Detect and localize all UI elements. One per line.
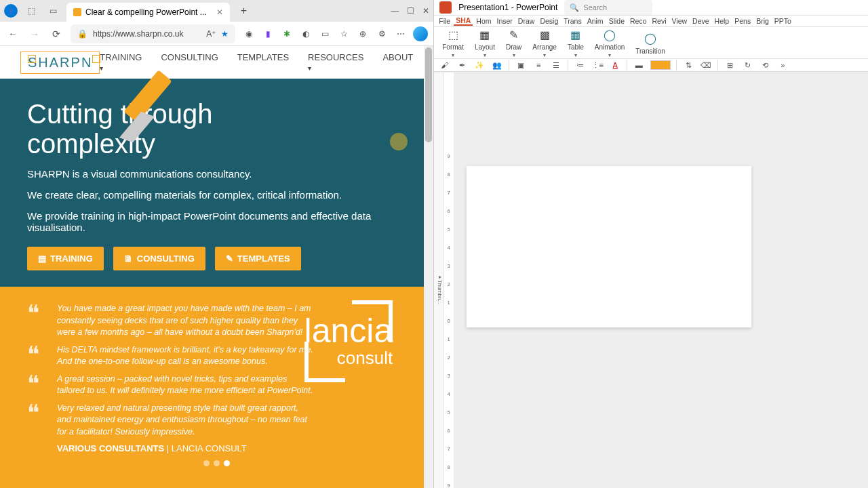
tab-pens[interactable]: Pens <box>732 17 753 25</box>
tab-bright[interactable]: Brig <box>754 17 771 25</box>
split-icon[interactable]: ▭ <box>318 27 332 41</box>
ppt-titlebar: Presentation1 - PowerPoint 🔍 Search Stev… <box>434 0 868 16</box>
tab-slideshow[interactable]: Slide <box>607 17 627 25</box>
forward-button[interactable]: → <box>27 26 42 41</box>
reader-icon[interactable]: A⁺ <box>206 29 216 39</box>
qat-teams-icon[interactable]: 👥 <box>491 59 503 71</box>
quote-text-3: A great session – packed with novel tric… <box>57 373 315 397</box>
ribbon-layout[interactable]: ▦Layout▾ <box>469 27 500 58</box>
tab-sha[interactable]: SHA <box>454 16 473 26</box>
back-button[interactable]: ← <box>5 26 20 41</box>
refresh-button[interactable]: ⟳ <box>49 26 64 41</box>
carousel-dot-1[interactable] <box>203 460 210 466</box>
nav-training[interactable]: TRAINING <box>100 52 142 73</box>
qat-group-icon[interactable]: ⊞ <box>724 59 736 71</box>
profile-icon[interactable]: 👤 <box>4 4 18 18</box>
search-input[interactable]: 🔍 Search <box>564 0 652 15</box>
tab-review[interactable]: Revi <box>650 17 669 25</box>
scroll-thumb[interactable] <box>425 47 432 142</box>
qat-eyedropper-icon[interactable]: ✒ <box>456 59 468 71</box>
browser-navbar: ← → ⟳ 🔒 https://www.sharpn.co.uk A⁺ ★ ◉ … <box>0 22 433 46</box>
tabs-icon[interactable]: ▭ <box>45 3 61 19</box>
qat-reset-icon[interactable]: ⟲ <box>759 59 771 71</box>
qat-shapecolor-icon[interactable]: ▬ <box>633 59 645 71</box>
draw-icon: ✎ <box>507 27 521 42</box>
qat-more-icon[interactable]: » <box>776 59 789 71</box>
qat-align-icon[interactable]: ≡ <box>532 59 545 71</box>
window-controls: — ☐ ✕ <box>391 6 429 16</box>
ribbon-table[interactable]: ▦Table▾ <box>562 27 589 58</box>
extension-icon-4[interactable]: ◐ <box>299 27 313 41</box>
workspace-icon[interactable]: ⬚ <box>23 3 39 19</box>
new-tab-button[interactable]: + <box>235 5 252 17</box>
tab-title: Clear & compelling PowerPoint ... <box>85 7 207 17</box>
tab-animations[interactable]: Anim <box>585 17 606 25</box>
minimize-icon[interactable]: — <box>391 6 399 16</box>
address-bar[interactable]: 🔒 https://www.sharpn.co.uk A⁺ ★ <box>71 24 235 43</box>
extension-icon-3[interactable]: ✱ <box>280 27 294 41</box>
tab-insert[interactable]: Inser <box>495 17 515 25</box>
cta-templates[interactable]: ✎TEMPLATES <box>215 247 301 270</box>
thumb-label: Thumbn... <box>437 280 443 304</box>
browser-tab[interactable]: Clear & compelling PowerPoint ... ✕ <box>66 3 230 22</box>
animation-icon: ◯ <box>602 27 617 42</box>
site-logo[interactable]: SHARPN <box>20 52 100 74</box>
tab-developer[interactable]: Deve <box>690 17 711 25</box>
carousel-dot-3[interactable] <box>224 460 230 466</box>
ribbon-draw[interactable]: ✎Draw▾ <box>500 27 527 58</box>
expand-icon[interactable]: ▸ <box>437 274 443 280</box>
search-placeholder: Search <box>583 3 607 12</box>
nav-templates[interactable]: TEMPLATES <box>237 52 289 73</box>
qat-align2-icon[interactable]: ☰ <box>550 59 562 71</box>
scrollbar[interactable] <box>424 46 433 488</box>
document-icon: 🗎 <box>124 253 133 264</box>
nav-consulting[interactable]: CONSULTING <box>161 52 218 73</box>
ribbon-animation[interactable]: ◯Animation▾ <box>589 27 630 58</box>
extension-icon-2[interactable]: ▮ <box>261 27 275 41</box>
tab-help[interactable]: Help <box>713 17 732 25</box>
qat-highlight-icon[interactable]: ▣ <box>515 59 527 71</box>
tab-file[interactable]: File <box>437 17 452 25</box>
qat-fill-color[interactable] <box>650 60 671 70</box>
qat-clear-icon[interactable]: ⌫ <box>700 59 712 71</box>
qat-magic-icon[interactable]: ✨ <box>473 59 486 71</box>
slide-canvas[interactable] <box>454 73 868 488</box>
ribbon-format[interactable]: ⬚Format▾ <box>437 27 469 58</box>
cta-training[interactable]: ▤TRAINING <box>27 247 104 270</box>
tab-transitions[interactable]: Trans <box>561 17 583 25</box>
ribbon-transition[interactable]: ◯Transition <box>630 31 671 55</box>
menu-icon[interactable]: ⋯ <box>394 27 408 41</box>
tab-view[interactable]: View <box>670 17 690 25</box>
close-tab-icon[interactable]: ✕ <box>216 7 223 17</box>
attribution: VARIOUS CONSULTANTS | LANCIA CONSULT <box>57 443 406 453</box>
tab-draw[interactable]: Draw <box>516 17 537 25</box>
tab-record[interactable]: Reco <box>628 17 649 25</box>
maximize-icon[interactable]: ☐ <box>407 6 414 16</box>
qat-list-icon[interactable]: ≔ <box>574 59 586 71</box>
carousel-dot-2[interactable] <box>214 460 220 466</box>
tab-home[interactable]: Hom <box>474 17 493 25</box>
qat-spacing-icon[interactable]: ⇅ <box>682 59 694 71</box>
collections-icon[interactable]: ⊕ <box>356 27 370 41</box>
close-window-icon[interactable]: ✕ <box>422 6 429 16</box>
nav-about[interactable]: ABOUT <box>382 52 413 73</box>
cta-consulting[interactable]: 🗎CONSULTING <box>113 247 205 270</box>
url-text: https://www.sharpn.co.uk <box>93 29 183 39</box>
favorites-bar-icon[interactable]: ☆ <box>337 27 351 41</box>
qat-fontcolor-icon[interactable]: A <box>609 59 621 71</box>
ribbon-arrange[interactable]: ▩Arrange▾ <box>527 27 562 58</box>
qat-rotate-icon[interactable]: ↻ <box>741 59 753 71</box>
attribution-bold: VARIOUS CONSULTANTS <box>57 443 164 453</box>
bracket-bot-icon <box>304 342 345 382</box>
tab-design[interactable]: Desig <box>538 17 560 25</box>
thumbnail-panel-collapsed[interactable]: ▸ Thumbn... <box>434 73 443 488</box>
slide[interactable] <box>467 166 751 327</box>
extensions-icon[interactable]: ⚙ <box>375 27 389 41</box>
qat-numbered-icon[interactable]: ⋮≡ <box>591 59 604 71</box>
qat-format-painter-icon[interactable]: 🖌 <box>438 59 450 71</box>
extension-icon-1[interactable]: ◉ <box>242 27 256 41</box>
copilot-icon[interactable] <box>413 26 428 41</box>
nav-resources[interactable]: RESOURCES <box>308 52 363 73</box>
tab-ppto[interactable]: PPTo <box>772 17 793 25</box>
favorite-icon[interactable]: ★ <box>221 29 229 39</box>
